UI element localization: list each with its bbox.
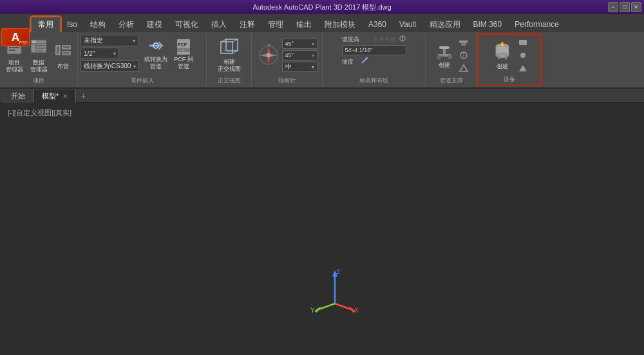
maximize-button[interactable]: □ (620, 2, 630, 12)
window-controls[interactable]: − □ ✕ (608, 2, 641, 12)
svg-text:N: N (268, 44, 270, 46)
svg-point-51 (520, 53, 526, 58)
btn-pipe-support-3[interactable] (457, 62, 470, 74)
btn-equipment-3[interactable] (516, 62, 529, 74)
tab-建模[interactable]: 建模 (140, 17, 169, 32)
compass-view-dropdown[interactable]: 中 ▾ (282, 62, 317, 72)
compass-widget: N (257, 44, 280, 67)
tab-start[interactable]: 开始 (3, 89, 33, 103)
btn-pipe-support-2[interactable] (457, 50, 470, 61)
group-管道支撑-label: 管道支撑 (426, 77, 477, 85)
svg-rect-9 (37, 45, 45, 46)
axis-widget: Z X Y (309, 265, 361, 316)
spec-dropdown[interactable]: 未指定 ▾ (80, 35, 138, 46)
minimize-button[interactable]: − (608, 2, 618, 12)
tab-a360[interactable]: A360 (362, 17, 393, 32)
close-button[interactable]: ✕ (631, 2, 641, 12)
slope-height-sep: 水平长度 (373, 35, 396, 44)
orthographic-icon (220, 38, 239, 59)
elevation-section: 坡度高 ： 水平长度 54'-4 1/16" 坡度 (342, 35, 406, 76)
tab-精选应用[interactable]: 精选应用 (423, 17, 467, 32)
tab-model[interactable]: 模型* ✕ (33, 89, 76, 103)
ribbon-spacer (542, 33, 644, 86)
tab-bim360[interactable]: BIM 360 (467, 17, 509, 32)
group-标高布线: 坡度高 ： 水平长度 54'-4 1/16" 坡度 (323, 33, 426, 86)
angle-1[interactable]: 45° ▾ (282, 39, 317, 49)
angle-inputs: 45° ▾ 45° ▾ 中 ▾ (282, 39, 317, 72)
group-零件插入: 未指定 ▾ 1/2" ▾ 线转换为\CS300 ▾ (78, 33, 207, 86)
btn-创建管道支撑-label: 创建 (439, 62, 450, 69)
svg-rect-8 (32, 41, 36, 43)
tab-model-close[interactable]: ✕ (62, 93, 68, 100)
angle-2-value: 45° (285, 52, 294, 59)
svg-rect-4 (9, 50, 15, 51)
app-button[interactable]: A P3D (1, 28, 30, 46)
svg-line-55 (335, 304, 353, 310)
btn-创建正交视图[interactable]: 创建正交视图 (215, 37, 243, 74)
btn-equipment-2[interactable] (516, 50, 529, 61)
tab-附加模块[interactable]: 附加模块 (318, 17, 362, 32)
angle-2[interactable]: 45° ▾ (282, 50, 317, 60)
elevation-value[interactable]: 54'-4 1/16" (342, 45, 406, 55)
size-value: 1/2" (84, 50, 95, 57)
btn-创建正交视图-label: 创建正交视图 (218, 59, 241, 73)
tab-输出[interactable]: 输出 (290, 17, 318, 32)
svg-rect-39 (461, 42, 466, 46)
slope-height-label: 坡度高 (342, 35, 365, 44)
group-正交视图: 创建正交视图 正交视图 (207, 33, 252, 86)
svg-rect-19 (177, 39, 190, 55)
布管-icon (54, 41, 72, 62)
sep-line: ： (366, 35, 372, 44)
btn-pcf-to-pipe[interactable]: PCF →管 PCF 到管道 (171, 35, 196, 71)
svg-rect-17 (63, 52, 70, 54)
svg-rect-15 (57, 47, 59, 53)
spec-value: 未指定 (84, 36, 103, 45)
group-设备: 创建 设备 (477, 33, 542, 86)
data-manager-icon (30, 37, 48, 58)
btn-数据管理器[interactable]: 数据管理器 (27, 36, 50, 75)
btn-pipe-support-1[interactable] (457, 37, 470, 48)
tab-vault[interactable]: Vault (393, 17, 422, 32)
line-dropdown[interactable]: 线转换为\CS300 ▾ (80, 60, 139, 72)
btn-equipment-1[interactable] (516, 37, 529, 48)
group-指南针: N 45° ▾ 45° ▾ 中 ▾ 指南针 (252, 33, 323, 86)
svg-rect-3 (9, 47, 19, 48)
tab-可视化[interactable]: 可视化 (169, 17, 205, 32)
svg-rect-16 (63, 46, 70, 48)
tab-注释[interactable]: 注释 (233, 17, 261, 32)
size-dropdown[interactable]: 1/2" ▾ (80, 48, 119, 59)
equipment-icon (492, 41, 513, 63)
svg-rect-35 (439, 46, 450, 49)
parts-combos: 未指定 ▾ 1/2" ▾ 线转换为\CS300 ▾ (80, 35, 139, 81)
parts-combo-row3: 线转换为\CS300 ▾ (80, 60, 139, 72)
tab-插入[interactable]: 插入 (205, 17, 233, 32)
svg-text:Z: Z (336, 268, 340, 275)
angle-1-value: 45° (285, 41, 294, 47)
ribbon-panel: 项目管理器 数据管理器 (0, 32, 644, 89)
btn-创建管道支撑[interactable]: 创建 (433, 41, 456, 70)
svg-rect-24 (226, 39, 238, 51)
btn-pcf-label: PCF 到管道 (174, 56, 193, 70)
btn-线转换为管道[interactable]: 线转换为管道 (142, 35, 170, 71)
tab-performance[interactable]: Performance (508, 17, 565, 32)
view-label: [-][自定义视图][真实] (8, 108, 71, 118)
tab-add-button[interactable]: + (76, 89, 90, 103)
parts-icons: 线转换为管道 PCF →管 PCF 到管道 (142, 35, 196, 80)
canvas-area[interactable]: [-][自定义视图][真实] Z X Y (0, 103, 644, 355)
slope-icon[interactable] (361, 57, 370, 67)
line-value: 线转换为\CS300 (84, 62, 131, 71)
elevation-text: 54'-4 1/16" (345, 47, 373, 53)
tab-管理[interactable]: 管理 (261, 17, 290, 32)
svg-rect-50 (519, 40, 527, 45)
btn-创建设备[interactable]: 创建 (489, 40, 515, 71)
btn-布管[interactable]: 布管 (52, 40, 75, 71)
svg-rect-48 (505, 55, 507, 59)
title-text: Autodesk AutoCAD Plant 3D 2017 模型.dwg (252, 3, 391, 12)
svg-rect-10 (37, 48, 45, 49)
pipe-support-icon (435, 42, 453, 62)
group-正交视图-label: 正交视图 (207, 77, 251, 85)
pipe-support-small-btns (457, 37, 470, 74)
btn-线转换为管道-label: 线转换为管道 (144, 56, 167, 70)
tab-bar: 开始 模型* ✕ + (0, 89, 644, 103)
elevation-settings-btn[interactable] (399, 35, 406, 44)
